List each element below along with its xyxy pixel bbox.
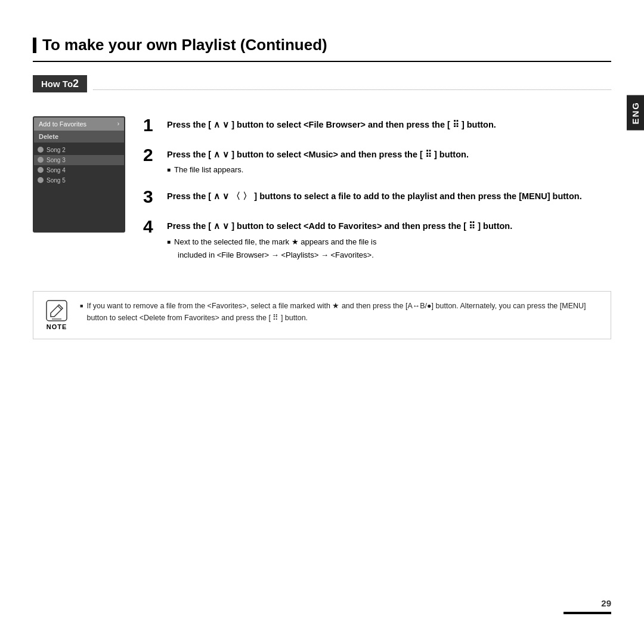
note-label: NOTE xyxy=(47,323,67,330)
note-paragraph: If you want to remove a file from the <F… xyxy=(80,300,602,324)
menu-add-to-favorites: Add to Favorites › xyxy=(34,117,124,131)
step-text-2: Press the [ ∧ ∨ ] button to select <Musi… xyxy=(167,146,469,176)
howto-label: How To xyxy=(41,79,73,89)
step-text-4: Press the [ ∧ ∨ ] button to select <Add … xyxy=(167,218,512,261)
menu-delete: Delete xyxy=(34,131,124,143)
step-number-3: 3 xyxy=(143,188,160,206)
page-title: To make your own Playlist (Continued) xyxy=(33,36,611,62)
step-number-4: 4 xyxy=(143,218,160,236)
song-list: Song 2 Song 3 Song 4 Song 5 xyxy=(34,143,124,231)
page-number: 29 xyxy=(601,598,611,608)
screenshot-mockup: Add to Favorites › Delete Song 2 Song 3 … xyxy=(33,116,125,233)
language-tab: ENG xyxy=(627,95,644,131)
dotted-divider xyxy=(93,89,611,90)
list-item: Song 4 xyxy=(34,165,124,175)
step-text-1: Press the [ ∧ ∨ ] button to select <File… xyxy=(167,116,496,132)
note-section: NOTE If you want to remove a file from t… xyxy=(33,291,611,339)
list-item: Song 5 xyxy=(34,175,124,185)
note-pencil-icon xyxy=(46,300,67,321)
step-4-note-2: included in <File Browser> → <Playlists>… xyxy=(167,249,512,261)
step-3: 3 Press the [ ∧ ∨ 〈 〉 ] buttons to selec… xyxy=(143,188,611,206)
step-1: 1 Press the [ ∧ ∨ ] button to select <Fi… xyxy=(143,116,611,134)
step-4: 4 Press the [ ∧ ∨ ] button to select <Ad… xyxy=(143,218,611,261)
step-2-note: The file list appears. xyxy=(167,164,469,176)
step-number-1: 1 xyxy=(143,116,160,134)
howto-badge: How To2 xyxy=(33,75,87,92)
steps-container: 1 Press the [ ∧ ∨ ] button to select <Fi… xyxy=(143,116,611,273)
howto-number: 2 xyxy=(73,78,79,89)
list-item: Song 2 xyxy=(34,145,124,155)
page-number-bar xyxy=(564,612,611,614)
list-item: Song 3 xyxy=(34,155,124,165)
step-4-note: Next to the selected file, the mark ★ ap… xyxy=(167,236,512,248)
step-text-3: Press the [ ∧ ∨ 〈 〉 ] buttons to select … xyxy=(167,188,582,203)
svg-rect-0 xyxy=(47,301,67,321)
step-2: 2 Press the [ ∧ ∨ ] button to select <Mu… xyxy=(143,146,611,176)
note-text: If you want to remove a file from the <F… xyxy=(80,300,602,324)
note-icon-area: NOTE xyxy=(42,300,72,330)
step-number-2: 2 xyxy=(143,146,160,164)
